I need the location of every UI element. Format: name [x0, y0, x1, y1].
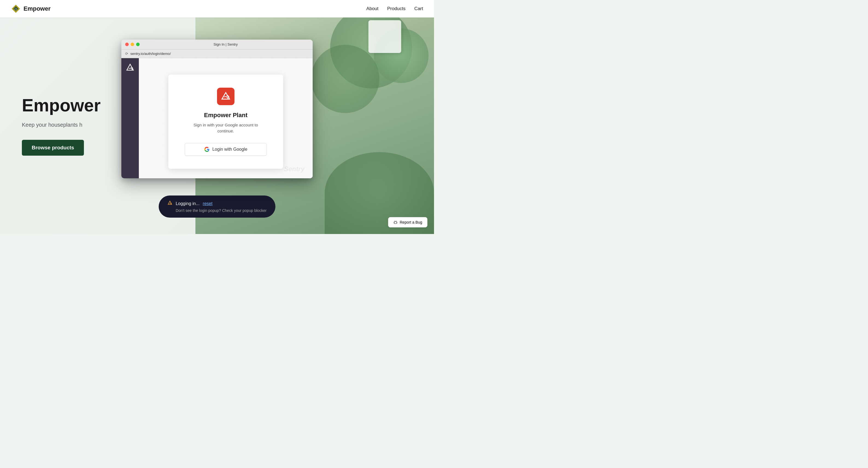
- google-login-label: Login with Google: [212, 147, 247, 152]
- traffic-lights: [125, 43, 140, 46]
- app-description: Sign in with your Google account to cont…: [185, 122, 267, 134]
- traffic-light-close[interactable]: [125, 43, 129, 46]
- address-text: sentry.io/auth/login/demo/: [130, 52, 171, 56]
- traffic-light-maximize[interactable]: [136, 43, 140, 46]
- app-logo-icon: [220, 91, 231, 102]
- browser-content: Empower Plant Sign in with your Google a…: [121, 58, 313, 178]
- google-icon: [204, 146, 210, 152]
- browser-title: Sign In | Sentry: [143, 42, 309, 46]
- reload-icon[interactable]: ⟳: [125, 52, 128, 56]
- app-name: Empower Plant: [185, 112, 267, 119]
- traffic-light-minimize[interactable]: [131, 43, 134, 46]
- browser-window: Sign In | Sentry ⟳ sentry.io/auth/login/…: [121, 40, 313, 178]
- browser-chrome: Sign In | Sentry: [121, 40, 313, 49]
- app-icon: [217, 88, 235, 105]
- login-with-google-button[interactable]: Login with Google: [185, 143, 267, 156]
- modal-overlay: Sign In | Sentry ⟳ sentry.io/auth/login/…: [0, 0, 434, 234]
- sentry-sidebar: [121, 58, 139, 178]
- sentry-watermark: Sentry: [284, 165, 305, 173]
- sentry-logo-icon: [126, 63, 134, 72]
- login-card: Empower Plant Sign in with your Google a…: [168, 74, 283, 169]
- browser-main: Empower Plant Sign in with your Google a…: [139, 58, 313, 178]
- address-bar: ⟳ sentry.io/auth/login/demo/: [121, 49, 313, 58]
- sentry-sidebar-logo: [125, 63, 135, 72]
